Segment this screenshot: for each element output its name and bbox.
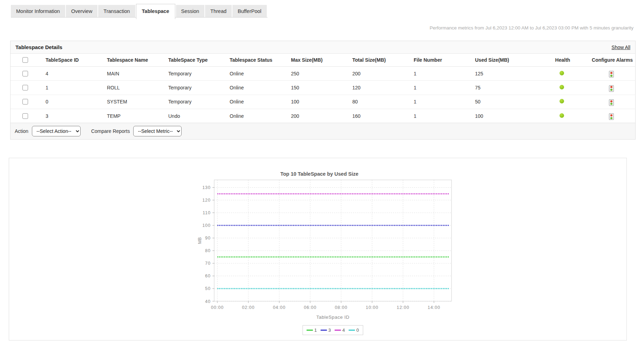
table-row: 1 ROLL Temporary Online 150 120 1 75 <box>11 81 636 95</box>
svg-text:06:00: 06:00 <box>304 305 317 310</box>
performance-metrics-note: Performance metrics from Jul 6,2023 12:0… <box>429 25 633 31</box>
cell-max-size: 100 <box>291 95 352 109</box>
legend-label-4: 4 <box>343 328 345 333</box>
cell-tablespace-id: 3 <box>46 109 107 123</box>
cell-max-size: 150 <box>291 81 352 95</box>
table-row: 3 TEMP Undo Online 200 160 1 100 <box>11 109 636 123</box>
table-header-row: TableSpace ID Tablespace Name TableSpace… <box>11 54 636 67</box>
svg-text:70: 70 <box>205 261 211 266</box>
health-status-icon <box>560 99 564 103</box>
svg-text:90: 90 <box>205 236 211 241</box>
health-status-icon <box>560 71 564 75</box>
col-configure-alarms: Configure Alarms <box>589 54 636 67</box>
configure-alarms-icon[interactable] <box>609 99 614 106</box>
col-health: Health <box>536 54 589 67</box>
legend-label-0: 0 <box>357 328 359 333</box>
cell-file-number: 1 <box>414 81 475 95</box>
col-tablespace-name: Tablespace Name <box>107 54 168 67</box>
svg-text:60: 60 <box>205 274 211 278</box>
table-row: 4 MAIN Temporary Online 250 200 1 125 <box>11 67 636 81</box>
tab-bar: Monitor Information Overview Transaction… <box>11 4 267 18</box>
cell-tablespace-id: 1 <box>46 81 107 95</box>
cell-tablespace-name: ROLL <box>107 81 168 95</box>
col-tablespace-id: TableSpace ID <box>46 54 107 67</box>
svg-text:80: 80 <box>205 248 211 253</box>
row-checkbox[interactable] <box>22 113 28 119</box>
tablespace-details-panel: Tablespace Details Show All TableSpace I… <box>10 41 636 140</box>
health-status-icon <box>560 113 564 118</box>
cell-tablespace-name: SYSTEM <box>107 95 168 109</box>
cell-file-number: 1 <box>414 95 475 109</box>
configure-alarms-icon[interactable] <box>609 85 614 92</box>
cell-tablespace-type: Temporary <box>168 67 230 81</box>
row-checkbox[interactable] <box>22 71 28 76</box>
tab-tablespace[interactable]: Tablespace <box>136 4 175 19</box>
health-status-icon <box>560 85 564 89</box>
legend-label-1: 1 <box>314 328 317 333</box>
cell-tablespace-status: Online <box>230 81 291 95</box>
svg-text:120: 120 <box>202 198 211 203</box>
cell-tablespace-type: Undo <box>168 109 230 123</box>
table-row: 0 SYSTEM Temporary Online 100 80 1 50 <box>11 95 636 109</box>
cell-used-size: 50 <box>475 95 536 109</box>
cell-file-number: 1 <box>414 67 475 81</box>
col-total-size: Total Size(MB) <box>352 54 414 67</box>
svg-text:12:00: 12:00 <box>396 305 409 310</box>
cell-tablespace-type: Temporary <box>168 81 230 95</box>
cell-tablespace-status: Online <box>230 95 291 109</box>
cell-total-size: 80 <box>352 95 414 109</box>
cell-tablespace-status: Online <box>230 109 291 123</box>
cell-tablespace-id: 0 <box>46 95 107 109</box>
svg-text:10:00: 10:00 <box>366 305 378 310</box>
tab-overview[interactable]: Overview <box>66 5 97 17</box>
chart-title: Top 10 TableSpace by Used Size <box>280 171 359 177</box>
configure-alarms-icon[interactable] <box>609 71 614 77</box>
svg-text:04:00: 04:00 <box>273 305 285 310</box>
compare-reports-label: Compare Reports <box>91 128 130 134</box>
svg-text:130: 130 <box>202 185 211 190</box>
cell-tablespace-name: TEMP <box>107 109 168 123</box>
tab-transaction[interactable]: Transaction <box>98 5 135 17</box>
cell-tablespace-status: Online <box>230 67 291 81</box>
cell-used-size: 75 <box>475 81 536 95</box>
tab-session[interactable]: Session <box>176 5 205 17</box>
svg-text:50: 50 <box>205 286 211 291</box>
configure-alarms-icon[interactable] <box>609 113 614 120</box>
cell-file-number: 1 <box>414 109 475 123</box>
tab-bufferpool[interactable]: BufferPool <box>232 5 266 17</box>
tablespace-table: TableSpace ID Tablespace Name TableSpace… <box>11 54 636 123</box>
compare-metric-select[interactable]: --Select Metric-- <box>133 126 182 136</box>
tab-thread[interactable]: Thread <box>205 5 232 17</box>
cell-total-size: 160 <box>352 109 414 123</box>
tab-monitor-information[interactable]: Monitor Information <box>11 5 65 17</box>
svg-text:100: 100 <box>202 223 211 228</box>
cell-tablespace-name: MAIN <box>107 67 168 81</box>
svg-text:00:00: 00:00 <box>211 305 224 310</box>
cell-used-size: 100 <box>475 109 536 123</box>
row-checkbox[interactable] <box>22 99 28 104</box>
svg-text:110: 110 <box>203 210 211 215</box>
col-used-size: Used Size(MB) <box>475 54 536 67</box>
cell-used-size: 125 <box>475 67 536 81</box>
select-all-checkbox[interactable] <box>22 57 28 63</box>
cell-total-size: 200 <box>352 67 414 81</box>
svg-text:14:00: 14:00 <box>428 305 440 310</box>
col-file-number: File Number <box>414 54 475 67</box>
svg-text:02:00: 02:00 <box>242 305 255 310</box>
svg-text:40: 40 <box>205 299 211 304</box>
cell-tablespace-type: Temporary <box>168 95 230 109</box>
legend-label-3: 3 <box>328 328 331 333</box>
y-axis-label: MB <box>197 237 202 244</box>
action-bar: Action --Select Action-- Compare Reports… <box>11 123 635 139</box>
col-tablespace-type: TableSpace Type <box>168 54 230 67</box>
cell-tablespace-id: 4 <box>46 67 107 81</box>
cell-max-size: 250 <box>291 67 352 81</box>
col-max-size: Max Size(MB) <box>291 54 352 67</box>
col-tablespace-status: Tablespace Status <box>230 54 291 67</box>
show-all-link[interactable]: Show All <box>611 45 630 50</box>
action-label: Action <box>15 128 28 134</box>
chart-panel: Top 10 TableSpace by Used Size4050607080… <box>9 158 627 340</box>
x-axis-label: TableSpace ID <box>316 315 349 320</box>
row-checkbox[interactable] <box>22 85 28 90</box>
action-select[interactable]: --Select Action-- <box>32 126 81 136</box>
